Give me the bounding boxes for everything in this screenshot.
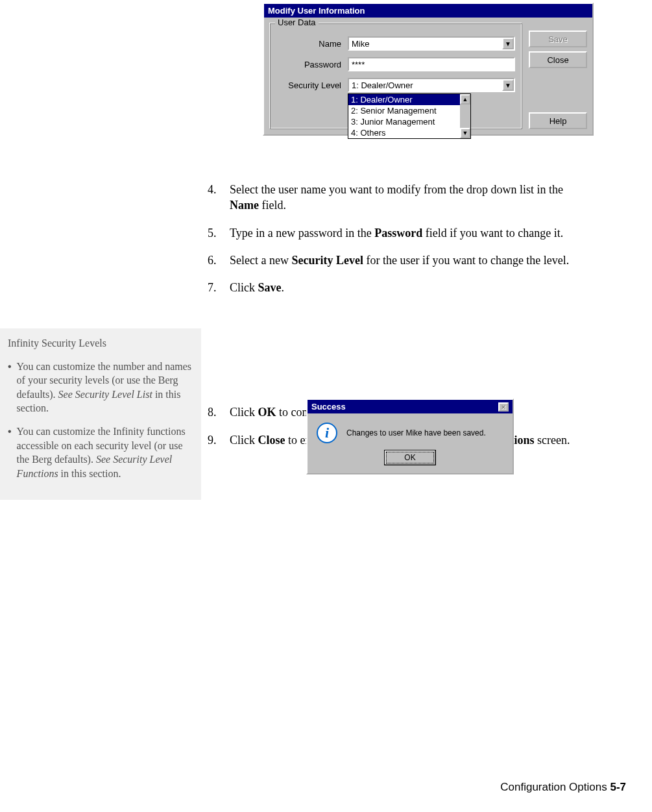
step-text: .	[282, 281, 285, 294]
user-data-fieldset: User Data Name Mike ▼ Password **** Secu…	[269, 23, 522, 129]
bold-text: Password	[374, 227, 422, 240]
success-dialog: Success × i Changes to user Mike have be…	[306, 399, 514, 474]
password-label: Password	[276, 60, 348, 69]
password-value: ****	[352, 60, 365, 69]
step-text: screen.	[534, 434, 570, 447]
security-level-label: Security Level	[276, 80, 348, 90]
sidebar-bullet: You can customize the number and names o…	[8, 360, 193, 415]
success-title: Success	[311, 402, 346, 412]
bold-text: Close	[258, 434, 285, 447]
step-number: 4.	[208, 182, 230, 214]
ok-button[interactable]: OK	[384, 450, 436, 465]
step-number: 7.	[208, 280, 230, 295]
sidebar-heading: Infinity Security Levels	[8, 336, 193, 351]
info-icon: i	[317, 423, 337, 443]
sidebar-ref: See Security Level List	[58, 389, 152, 400]
bold-text: Security Level	[291, 254, 363, 267]
sidebar-bullet: You can customize the Infinity functions…	[8, 424, 193, 480]
dropdown-option[interactable]: 3: Junior Management	[348, 116, 470, 127]
scroll-up-icon[interactable]: ▲	[460, 94, 470, 105]
sidebar-text: in this section.	[58, 468, 121, 479]
success-message: Changes to user Mike have been saved.	[346, 428, 486, 437]
fieldset-legend: User Data	[275, 18, 319, 27]
chevron-down-icon[interactable]: ▼	[502, 38, 514, 49]
security-level-dropdown[interactable]: 1: Dealer/Owner 2: Senior Management 3: …	[348, 93, 471, 139]
chevron-down-icon[interactable]: ▼	[502, 79, 514, 91]
footer-page: 5-7	[610, 781, 626, 793]
scroll-down-icon[interactable]: ▼	[460, 128, 470, 138]
security-level-value: 1: Dealer/Owner	[352, 80, 413, 90]
password-input[interactable]: ****	[348, 57, 515, 71]
dropdown-option[interactable]: 1: Dealer/Owner	[348, 94, 470, 105]
help-button[interactable]: Help	[529, 112, 587, 129]
scrollbar[interactable]: ▲ ▼	[460, 94, 470, 138]
step-number: 6.	[208, 252, 230, 268]
security-level-combo[interactable]: 1: Dealer/Owner ▼	[348, 78, 515, 92]
name-value: Mike	[352, 39, 369, 49]
sidebar-note: Infinity Security Levels You can customi…	[0, 328, 201, 500]
close-icon[interactable]: ×	[498, 402, 509, 412]
dropdown-option[interactable]: 4: Others	[348, 127, 470, 138]
name-combo[interactable]: Mike ▼	[348, 36, 515, 51]
step-number: 8.	[208, 404, 230, 420]
step-text: Click	[230, 406, 258, 419]
step-text: Select a new	[230, 254, 291, 267]
step-text: field.	[259, 199, 286, 212]
page-footer: Configuration Options 5-7	[500, 781, 626, 794]
step-text: Type in a new password in the	[230, 227, 374, 240]
step-text: Select the user name you want to modify …	[230, 183, 563, 196]
step-text: for the user if you want to change the l…	[363, 254, 569, 267]
step-number: 9.	[208, 432, 230, 448]
name-label: Name	[276, 39, 348, 49]
close-button[interactable]: Close	[529, 51, 587, 68]
bold-text: Save	[258, 281, 282, 294]
step-text: field if you want to change it.	[422, 227, 563, 240]
footer-section: Configuration Options	[500, 781, 610, 793]
step-text: Click	[230, 281, 258, 294]
step-number: 5.	[208, 225, 230, 241]
modify-user-dialog: Modify User Information User Data Name M…	[263, 3, 594, 136]
step-text: Click	[230, 434, 258, 447]
bold-text: Name	[230, 199, 259, 212]
dropdown-option[interactable]: 2: Senior Management	[348, 105, 470, 116]
dialog-title: Modify User Information	[264, 4, 592, 18]
save-button[interactable]: Save	[529, 31, 587, 47]
bold-text: OK	[258, 406, 276, 419]
